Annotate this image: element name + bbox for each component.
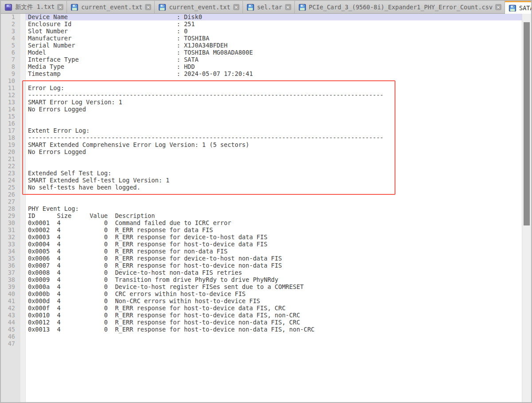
code-line[interactable]: Interface Type : SATA <box>26 56 522 63</box>
code-line[interactable]: 0x0005 4 0 R_ERR response for non-data F… <box>26 248 522 255</box>
code-line[interactable]: Serial Number : X1J0A34BFDEH <box>26 42 522 49</box>
line-number: 30 <box>1 219 20 226</box>
line-number: 20 <box>1 148 20 155</box>
line-number: 43 <box>1 312 20 319</box>
code-line[interactable]: Slot Number : 0 <box>26 28 522 35</box>
code-line[interactable]: 0x0001 4 0 Command failed due to ICRC er… <box>26 219 522 226</box>
line-number: 41 <box>1 297 20 304</box>
line-number: 29 <box>1 212 20 219</box>
line-number: 4 <box>1 35 20 42</box>
code-line[interactable]: 0x0006 4 0 R_ERR response for device-to-… <box>26 255 522 262</box>
code-line[interactable] <box>26 155 522 162</box>
code-line[interactable]: SMART Error Log Version: 1 <box>26 99 522 106</box>
code-line[interactable]: ID Size Value Description <box>26 212 522 219</box>
code-line[interactable]: 0x0003 4 0 R_ERR response for device-to-… <box>26 233 522 241</box>
line-number: 17 <box>1 127 20 134</box>
line-number: 23 <box>1 170 20 177</box>
text-editor-window: 新文件 1.txt✕current_event.txt✕current_even… <box>0 0 532 403</box>
line-number: 46 <box>1 333 20 340</box>
code-line[interactable]: 0x0009 4 0 Transition from drive PhyRdy … <box>26 276 522 283</box>
line-number: 24 <box>1 177 20 184</box>
line-number: 1 <box>1 13 20 20</box>
tab-label: current_event.txt <box>81 4 142 11</box>
code-line[interactable] <box>26 113 522 120</box>
code-line[interactable]: Media Type : HDD <box>26 63 522 70</box>
line-number: 13 <box>1 99 20 106</box>
code-line[interactable]: 0x000b 4 0 CRC errors within host-to-dev… <box>26 290 522 297</box>
code-line[interactable]: Model : TOSHIBA MG08ADA800E <box>26 49 522 56</box>
code-line-current[interactable]: Device Name : Disk0 <box>26 13 522 20</box>
line-number: 38 <box>1 276 20 283</box>
code-line[interactable]: 0x0002 4 0 R_ERR response for data FIS <box>26 226 522 233</box>
code-line[interactable]: SMART Extended Self-test Log Version: 1 <box>26 177 522 184</box>
floppy-icon <box>509 5 516 12</box>
close-icon[interactable]: ✕ <box>145 4 151 10</box>
line-number: 14 <box>1 106 20 113</box>
code-line[interactable]: 0x0012 4 0 R_ERR response for host-to-de… <box>26 319 522 326</box>
line-number: 11 <box>1 84 20 91</box>
line-number: 36 <box>1 262 20 269</box>
code-line[interactable] <box>26 77 522 84</box>
close-icon[interactable]: ✕ <box>495 4 501 10</box>
tab-current-event-txt[interactable]: current_event.txt✕ <box>155 1 243 13</box>
tab-1-txt[interactable]: 新文件 1.txt✕ <box>1 1 67 13</box>
code-line[interactable] <box>26 198 522 205</box>
line-number: 16 <box>1 120 20 127</box>
code-line[interactable]: PHY Event Log: <box>26 205 522 212</box>
code-line[interactable] <box>26 162 522 170</box>
editor-pane[interactable]: 1234567891011121314151617181920212223242… <box>1 13 531 402</box>
code-line[interactable]: Error Log: <box>26 84 522 91</box>
line-number: 25 <box>1 184 20 191</box>
code-line[interactable] <box>26 191 522 198</box>
line-number: 3 <box>1 28 20 35</box>
code-line[interactable] <box>26 333 522 340</box>
line-number: 47 <box>1 340 20 347</box>
code-line[interactable] <box>26 340 522 347</box>
code-line[interactable]: 0x0013 4 0 R_ERR response for host-to-de… <box>26 326 522 333</box>
code-line[interactable]: ----------------------------------------… <box>26 91 522 99</box>
close-icon[interactable]: ✕ <box>233 4 239 10</box>
code-line[interactable]: 0x000a 4 0 Device-to-host register FISes… <box>26 283 522 290</box>
tab-bar: 新文件 1.txt✕current_event.txt✕current_even… <box>1 1 531 14</box>
line-number: 10 <box>1 77 20 84</box>
code-line[interactable]: 0x000f 4 0 R_ERR response for host-to-de… <box>26 304 522 312</box>
line-number: 22 <box>1 162 20 170</box>
code-line[interactable]: 0x000d 4 0 Non-CRC errors within host-to… <box>26 297 522 304</box>
code-line[interactable]: No self-tests have been logged. <box>26 184 522 191</box>
tab-sel-tar[interactable]: sel.tar✕ <box>243 1 295 13</box>
tab-label: 新文件 1.txt <box>15 3 55 11</box>
tab-label: sel.tar <box>257 4 282 11</box>
floppy-icon <box>247 4 254 11</box>
code-line[interactable]: Enclosure Id : 251 <box>26 20 522 28</box>
line-number-gutter: 1234567891011121314151617181920212223242… <box>1 13 26 402</box>
tab-sata-log[interactable]: SATA_Log✕ <box>505 1 532 14</box>
code-line[interactable]: 0x0010 4 0 R_ERR response for host-to-de… <box>26 312 522 319</box>
code-line[interactable]: 0x0008 4 0 Device-to-host non-data FIS r… <box>26 269 522 276</box>
code-area[interactable]: Device Name : Disk0Enclosure Id : 251Slo… <box>26 13 522 402</box>
line-number: 27 <box>1 198 20 205</box>
tab-label: current_event.txt <box>169 4 230 11</box>
scrollbar-thumb[interactable] <box>524 22 530 225</box>
code-line[interactable] <box>26 120 522 127</box>
close-icon[interactable]: ✕ <box>57 4 63 10</box>
tab-pcie-card-3-9560-8i-expander1-phy-error-count-csv[interactable]: PCIe_Card_3_(9560-8i)_Expander1_PHY_Erro… <box>295 1 505 13</box>
floppy-icon <box>5 4 12 11</box>
code-line[interactable]: Timestamp : 2024-05-07 17:20:41 <box>26 70 522 77</box>
line-number: 9 <box>1 70 20 77</box>
code-line[interactable]: Extent Error Log: <box>26 127 522 134</box>
close-icon[interactable]: ✕ <box>285 4 291 10</box>
code-line[interactable]: No Errors Logged <box>26 106 522 113</box>
code-line[interactable]: Manufacturer : TOSHIBA <box>26 35 522 42</box>
tab-current-event-txt[interactable]: current_event.txt✕ <box>67 1 155 13</box>
code-line[interactable]: Extended Self Test Log: <box>26 170 522 177</box>
code-line[interactable]: ----------------------------------------… <box>26 134 522 141</box>
code-line[interactable]: SMART Extended Comprehensive Error Log V… <box>26 141 522 148</box>
line-number: 12 <box>1 91 20 99</box>
line-number: 37 <box>1 269 20 276</box>
line-number: 35 <box>1 255 20 262</box>
code-line[interactable]: No Errors Logged <box>26 148 522 155</box>
code-line[interactable]: 0x0007 4 0 R_ERR response for host-to-de… <box>26 262 522 269</box>
code-line[interactable]: 0x0004 4 0 R_ERR response for host-to-de… <box>26 241 522 248</box>
vertical-scrollbar[interactable] <box>522 13 531 402</box>
line-number: 19 <box>1 141 20 148</box>
